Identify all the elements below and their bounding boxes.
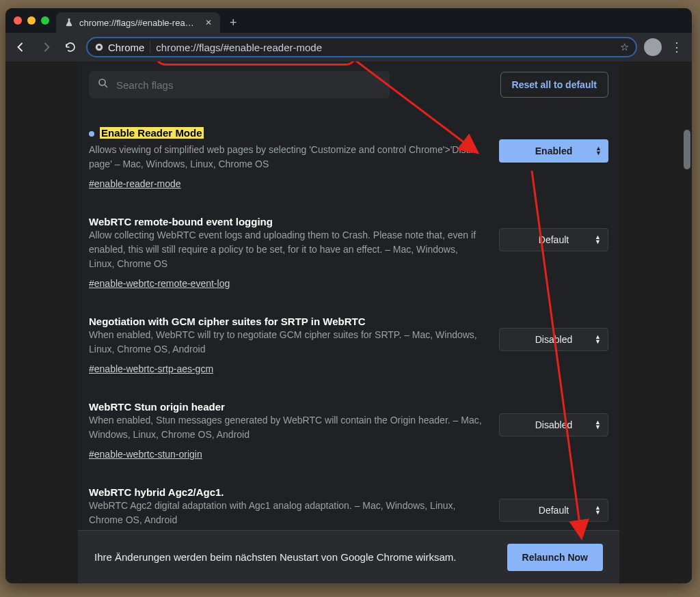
chrome-icon xyxy=(94,42,104,52)
flag-anchor-link[interactable]: #enable-webrtc-remote-event-log xyxy=(89,278,230,289)
select-chevrons-icon: ▲▼ xyxy=(595,505,601,515)
browser-menu-icon[interactable]: ⋮ xyxy=(669,40,685,55)
flag-value-select[interactable]: Default▲▼ xyxy=(499,228,608,251)
flask-icon xyxy=(64,18,74,27)
flag-value-label: Default xyxy=(539,505,569,516)
search-icon xyxy=(97,77,109,92)
svg-point-1 xyxy=(98,46,101,49)
select-chevrons-icon: ▲▼ xyxy=(595,235,601,245)
flag-info: Negotiation with GCM cipher suites for S… xyxy=(89,316,483,375)
window-controls xyxy=(14,16,49,25)
flag-info: Enable Reader ModeAllows viewing of simp… xyxy=(89,127,483,190)
flag-value-label: Disabled xyxy=(535,419,572,430)
select-chevrons-icon: ▲▼ xyxy=(595,335,601,344)
flag-title: Enable Reader Mode xyxy=(100,127,204,139)
flag-description: Allows viewing of simplified web pages b… xyxy=(89,143,483,171)
flag-description: Allow collecting WebRTC event logs and u… xyxy=(89,228,483,271)
forward-button[interactable] xyxy=(37,38,55,56)
flag-value-select[interactable]: Default▲▼ xyxy=(499,499,608,522)
flag-anchor-link[interactable]: #enable-webrtc-srtp-aes-gcm xyxy=(89,363,213,374)
search-flags[interactable] xyxy=(89,71,390,98)
flag-title: WebRTC hybrid Agc2/Agc1. xyxy=(89,486,224,498)
maximize-window-button[interactable] xyxy=(41,16,49,25)
flag-title: WebRTC remote-bound event logging xyxy=(89,216,273,227)
select-chevrons-icon: ▲▼ xyxy=(595,420,601,430)
close-window-button[interactable] xyxy=(14,16,22,25)
flag-info: WebRTC remote-bound event loggingAllow c… xyxy=(89,216,483,290)
reset-all-button[interactable]: Reset all to default xyxy=(500,72,608,98)
flag-info: WebRTC Stun origin headerWhen enabled, S… xyxy=(89,401,483,460)
reload-button[interactable] xyxy=(62,38,79,56)
tab-close-icon[interactable]: ✕ xyxy=(205,18,212,27)
navigation-toolbar: Chrome chrome://flags/#enable-reader-mod… xyxy=(5,33,692,61)
flag-title-wrap: WebRTC remote-bound event logging xyxy=(89,216,483,228)
relaunch-label: Relaunch Now xyxy=(522,552,588,563)
omnibox-url-text: chrome://flags/#enable-reader-mode xyxy=(156,42,322,53)
flag-value-label: Disabled xyxy=(535,334,572,345)
reset-all-label: Reset all to default xyxy=(512,79,597,90)
flag-row-0: Enable Reader ModeAllows viewing of simp… xyxy=(89,115,608,204)
flag-row-1: WebRTC remote-bound event loggingAllow c… xyxy=(89,204,608,303)
flag-value-label: Enabled xyxy=(535,145,572,156)
svg-point-2 xyxy=(99,79,105,85)
flag-title-wrap: Enable Reader Mode xyxy=(89,127,483,143)
flag-description: WebRTC Agc2 digital adaptation with Agc1… xyxy=(89,499,483,527)
flags-topbar: Reset all to default xyxy=(78,61,619,98)
select-chevrons-icon: ▲▼ xyxy=(595,146,602,156)
flag-value-select[interactable]: Disabled▲▼ xyxy=(499,328,608,351)
flag-description: When enabled, Stun messages generated by… xyxy=(89,413,483,442)
omnibox-divider xyxy=(150,41,150,53)
profile-avatar[interactable] xyxy=(644,38,662,56)
titlebar: chrome://flags/#enable-reader ✕ + xyxy=(5,8,692,33)
flag-anchor-link[interactable]: #enable-reader-mode xyxy=(89,178,181,189)
flags-page: Reset all to default Enable Reader ModeA… xyxy=(78,61,619,583)
flag-row-3: WebRTC Stun origin headerWhen enabled, S… xyxy=(89,389,608,474)
footer-message: Ihre Änderungen werden beim nächsten Neu… xyxy=(94,551,456,563)
back-button[interactable] xyxy=(12,38,30,56)
tab-title: chrome://flags/#enable-reader xyxy=(79,18,197,28)
search-input[interactable] xyxy=(116,79,381,91)
minimize-window-button[interactable] xyxy=(27,16,36,25)
flag-anchor-link[interactable]: #enable-webrtc-stun-origin xyxy=(89,449,202,460)
relaunch-button[interactable]: Relaunch Now xyxy=(507,544,603,571)
flag-title-wrap: WebRTC Stun origin header xyxy=(89,401,483,413)
flag-title-wrap: Negotiation with GCM cipher suites for S… xyxy=(89,316,483,328)
address-bar[interactable]: Chrome chrome://flags/#enable-reader-mod… xyxy=(86,37,637,57)
site-chip: Chrome xyxy=(94,42,144,53)
flag-title: Negotiation with GCM cipher suites for S… xyxy=(89,316,365,327)
site-chip-label: Chrome xyxy=(108,42,144,53)
flag-title: WebRTC Stun origin header xyxy=(89,401,225,413)
modified-dot-icon xyxy=(89,131,94,137)
browser-tab[interactable]: chrome://flags/#enable-reader ✕ xyxy=(56,12,220,33)
flag-description: When enabled, WebRTC will try to negotia… xyxy=(89,328,483,357)
restart-footer: Ihre Änderungen werden beim nächsten Neu… xyxy=(78,530,619,583)
flag-title-wrap: WebRTC hybrid Agc2/Agc1. xyxy=(89,486,483,499)
flag-row-2: Negotiation with GCM cipher suites for S… xyxy=(89,303,608,389)
new-tab-button[interactable]: + xyxy=(220,16,247,30)
flag-value-select[interactable]: Enabled▲▼ xyxy=(499,139,608,163)
vertical-scrollbar[interactable] xyxy=(684,130,690,169)
flag-value-label: Default xyxy=(539,234,569,245)
flags-list: Enable Reader ModeAllows viewing of simp… xyxy=(78,98,619,559)
browser-window: chrome://flags/#enable-reader ✕ + Chrome… xyxy=(5,8,692,583)
bookmark-star-icon[interactable]: ☆ xyxy=(620,41,629,53)
page-content: Reset all to default Enable Reader ModeA… xyxy=(5,61,692,583)
flag-value-select[interactable]: Disabled▲▼ xyxy=(499,413,608,436)
